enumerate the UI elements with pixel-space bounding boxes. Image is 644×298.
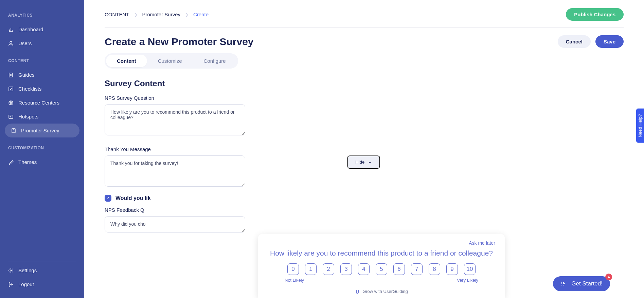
hotspot-icon (8, 114, 14, 119)
sidebar-item-label: Resource Centers (18, 100, 59, 106)
hide-button-label: Hide (355, 160, 364, 165)
nps-high-label: Very Likely (457, 278, 478, 283)
nps-score-8[interactable]: 8 (429, 263, 440, 275)
nps-score-1[interactable]: 1 (305, 263, 317, 275)
sidebar-item-label: Dashboard (18, 26, 43, 32)
globe-icon (8, 100, 14, 106)
tabstrip: Content Customize Configure (105, 53, 238, 69)
nps-score-7[interactable]: 7 (411, 263, 423, 275)
clipboard-icon (11, 128, 16, 133)
sidebar-item-resource-centers[interactable]: Resource Centers (0, 96, 84, 110)
chart-icon (8, 27, 14, 32)
sidebar: ANALYTICS Dashboard Users CONTENT Guides… (0, 0, 84, 298)
nps-score-6[interactable]: 6 (393, 263, 405, 275)
nps-score-scale: 0 1 2 3 4 5 6 7 8 9 10 (268, 263, 495, 275)
svg-rect-1 (9, 73, 13, 77)
sidebar-section-analytics: ANALYTICS (0, 13, 84, 18)
feedback-checkbox[interactable]: ✓ (105, 195, 111, 202)
nps-score-0[interactable]: 0 (287, 263, 299, 275)
ask-later-link[interactable]: Ask me later (469, 240, 495, 246)
thank-you-label: Thank You Message (105, 146, 624, 152)
nps-low-label: Not Likely (285, 278, 304, 283)
sidebar-item-label: Themes (18, 159, 37, 165)
svg-rect-4 (9, 115, 13, 118)
sidebar-section-customization: CUSTOMIZATION (0, 146, 84, 150)
sidebar-item-label: Promoter Survey (21, 128, 59, 133)
nps-score-4[interactable]: 4 (358, 263, 370, 275)
sidebar-item-logout[interactable]: Logout (0, 277, 84, 291)
tab-content[interactable]: Content (106, 55, 147, 67)
sidebar-item-label: Hotspots (18, 114, 38, 119)
sidebar-item-label: Checklists (18, 86, 41, 92)
get-started-badge: 4 (605, 274, 612, 280)
sidebar-item-label: Guides (18, 72, 35, 78)
nps-score-10[interactable]: 10 (464, 263, 476, 275)
sidebar-item-settings[interactable]: Settings (0, 263, 84, 277)
feedback-question-input[interactable] (105, 216, 245, 232)
checklist-icon (560, 281, 567, 287)
document-icon (8, 72, 14, 78)
sidebar-item-guides[interactable]: Guides (0, 68, 84, 82)
nps-score-2[interactable]: 2 (323, 263, 334, 275)
sidebar-item-users[interactable]: Users (0, 36, 84, 50)
save-button[interactable]: Save (595, 35, 624, 48)
sidebar-item-label: Users (18, 40, 32, 46)
nps-score-5[interactable]: 5 (376, 263, 387, 275)
nps-score-9[interactable]: 9 (446, 263, 458, 275)
nps-preview-card: Ask me later How likely are you to recom… (258, 234, 505, 298)
chevron-down-icon (368, 160, 372, 164)
sidebar-item-checklists[interactable]: Checklists (0, 82, 84, 96)
breadcrumb-item[interactable]: Promoter Survey (142, 12, 181, 17)
sidebar-item-label: Settings (18, 267, 37, 273)
nps-score-3[interactable]: 3 (340, 263, 352, 275)
svg-point-8 (10, 270, 12, 271)
brand-text: Grow with UserGuiding (362, 289, 408, 294)
feedback-checkbox-label: Would you lik (115, 195, 151, 201)
publish-button[interactable]: Publish Changes (566, 8, 624, 21)
breadcrumb-current: Create (193, 12, 209, 17)
nps-question-input[interactable] (105, 104, 245, 135)
chevron-right-icon: ❯ (185, 12, 189, 17)
get-started-label: Get Started! (571, 280, 603, 287)
page-title: Create a New Promoter Survey (105, 36, 254, 48)
need-help-tab[interactable]: Need Help? (636, 109, 644, 143)
sidebar-item-label: Logout (18, 281, 34, 287)
checklist-icon (8, 86, 14, 92)
sidebar-section-content: CONTENT (0, 58, 84, 63)
nps-question-label: NPS Survey Question (105, 95, 624, 101)
sidebar-item-promoter-survey[interactable]: Promoter Survey (5, 124, 79, 137)
sidebar-item-dashboard[interactable]: Dashboard (0, 22, 84, 36)
brush-icon (8, 160, 14, 165)
thank-you-input[interactable] (105, 155, 245, 187)
cancel-button[interactable]: Cancel (558, 35, 591, 48)
section-title: Survey Content (105, 79, 624, 88)
logout-icon (8, 282, 14, 287)
get-started-button[interactable]: Get Started! 4 (553, 276, 610, 291)
svg-point-0 (10, 41, 12, 43)
breadcrumb: CONTENT ❯ Promoter Survey ❯ Create (105, 12, 209, 17)
sidebar-item-themes[interactable]: Themes (0, 155, 84, 169)
gear-icon (8, 268, 14, 273)
svg-point-5 (10, 116, 11, 117)
sidebar-divider (8, 261, 76, 261)
sidebar-item-hotspots[interactable]: Hotspots (0, 110, 84, 124)
user-icon (8, 41, 14, 46)
hide-button[interactable]: Hide (347, 155, 380, 169)
tab-configure[interactable]: Configure (193, 55, 237, 67)
userguiding-brand-link[interactable]: Grow with UserGuiding (268, 289, 495, 294)
chevron-right-icon: ❯ (134, 12, 138, 17)
breadcrumb-root[interactable]: CONTENT (105, 12, 129, 17)
userguiding-logo-icon (355, 289, 360, 294)
nps-preview-question: How likely are you to recommend this pro… (268, 249, 495, 257)
tab-customize[interactable]: Customize (147, 55, 193, 67)
feedback-question-label: NPS Feedback Q (105, 207, 624, 213)
